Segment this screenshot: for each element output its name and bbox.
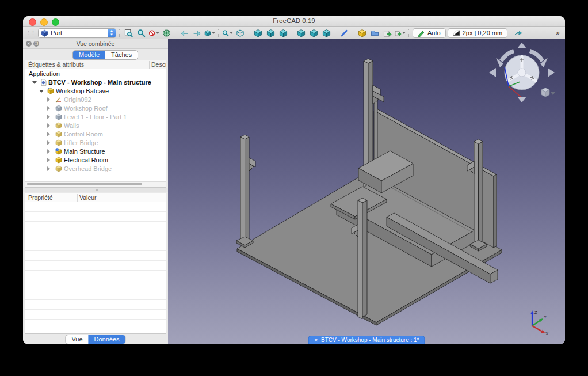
tree-horizontal-scrollbar[interactable] [25,181,166,188]
tree-item-application[interactable]: Application [25,70,166,78]
desktop: { "window": { "title": "FreeCAD 0.19" },… [0,0,588,376]
tree-item-label: Level 1 - Floor - Part 1 [64,113,127,120]
fit-all-button[interactable] [235,28,246,38]
nav-left-arrow-icon [489,68,496,77]
tree-item-label: Electrical Room [64,157,108,164]
part-yellow-icon [55,122,62,129]
measure-button[interactable] [339,28,350,38]
close-document-icon[interactable]: ✕ [314,336,319,344]
tab-model[interactable]: Modèle [73,51,105,59]
toolbar-separator [408,29,410,37]
chevron-down-icon[interactable] [39,90,44,93]
panel-header: ✕ ❐ Vue combinée [23,39,168,49]
column-divider[interactable] [149,61,150,69]
forward-button[interactable] [192,28,203,38]
chevron-right-icon[interactable] [47,132,50,136]
property-column-header[interactable]: Propriété [28,194,53,201]
document-tab[interactable]: ✕ BTCV - Workshop - Main structure : 1* [308,336,425,344]
part-primitive-button[interactable] [357,28,368,38]
back-button[interactable] [179,28,190,38]
caret-down-icon [230,32,233,34]
property-table-body[interactable] [25,202,166,334]
caret-down-icon [551,92,555,95]
tree-item[interactable]: Main Structure [25,147,166,156]
toolbar-grip[interactable]: ⋮⋮ [26,30,35,36]
workbench-selector[interactable]: Part ▲▼ [38,28,116,38]
view-bottom-button[interactable] [321,28,332,38]
tab-tasks[interactable]: Tâches [105,51,138,59]
folder-button[interactable] [369,28,380,38]
tree-item[interactable]: Origin092 [25,96,166,104]
import-button[interactable] [395,28,406,38]
part-gray-icon [55,105,62,112]
view-front-button[interactable] [265,28,276,38]
tree-item-document[interactable]: BTCV - Workshop - Main structure [25,78,166,87]
workbench-cube-icon [41,29,48,37]
chevron-right-icon[interactable] [47,166,50,171]
freecad-window: FreeCAD 0.19 ⋮⋮ Part ▲▼ [23,16,565,344]
tree-item[interactable]: Walls [25,121,166,130]
nav-up-arrow-icon [517,43,526,48]
navigation-cube[interactable] [488,43,556,105]
part-yellow-icon [55,157,62,164]
tree-item[interactable]: Level 1 - Floor - Part 1 [25,113,166,121]
draft-arrow-button[interactable] [513,28,524,38]
part-yellow-checked-icon [55,148,62,155]
chevron-right-icon[interactable] [47,149,50,154]
chevron-right-icon[interactable] [47,140,50,145]
chevron-right-icon[interactable] [47,123,50,128]
chevron-right-icon[interactable] [47,158,50,162]
tree-item[interactable]: Workshop Roof [25,104,166,113]
tree-item-label: Lifter Bridge [64,139,98,146]
scrollbar-thumb[interactable] [27,183,142,185]
tree-item[interactable]: Lifter Bridge [25,139,166,147]
tree-item-label: Overhead Bridge [64,165,112,172]
part-yellow-icon [55,165,62,172]
column-divider[interactable] [77,194,78,202]
clipping-button[interactable] [148,28,159,38]
view-iso-button[interactable] [253,28,264,38]
part-yellow-icon [55,139,62,146]
part-gray-icon [55,113,62,120]
chevron-down-icon[interactable] [32,81,37,84]
export-button[interactable] [382,28,393,38]
document-icon [40,79,47,86]
nav-cube-menu[interactable] [541,88,555,97]
tab-view[interactable]: Vue [66,335,88,344]
view-top-button[interactable] [278,28,289,38]
view-data-tab-bar: Vue Données [23,335,168,344]
tree-item[interactable]: Electrical Room [25,156,166,165]
view-rear-button[interactable] [308,28,319,38]
view-right-button[interactable] [296,28,307,38]
line-width-icon [453,29,460,37]
part-yellow-icon [55,131,62,138]
search-button[interactable] [136,28,147,38]
tab-data[interactable]: Données [89,335,125,344]
description-column-header[interactable]: Description [151,61,166,68]
panel-splitter[interactable] [23,188,168,192]
workbench-label: Part [48,29,108,36]
labels-column-header[interactable]: Étiquettes & attributs [28,61,84,68]
chevron-right-icon[interactable] [47,115,50,119]
snap-auto-button[interactable]: Auto [413,28,446,38]
zoom-button[interactable] [222,28,233,38]
tree-item[interactable]: Overhead Bridge [25,165,166,173]
toolbar-overflow-button[interactable]: » [556,29,562,37]
window-title: FreeCAD 0.19 [23,17,565,24]
tree-item-group[interactable]: Workshop Batcave [25,87,166,96]
value-column-header[interactable]: Valeur [79,194,97,201]
title-bar[interactable]: FreeCAD 0.19 [23,16,565,27]
tree-item-label: Walls [64,122,79,129]
web-view-button[interactable] [161,28,172,38]
box-selection-button[interactable] [123,28,134,38]
chevron-right-icon[interactable] [47,97,50,102]
tree-item-label: Main Structure [64,148,105,155]
3d-viewport[interactable]: Z Y X ✕ BTCV - Workshop - Main structure… [168,39,565,344]
line-width-button[interactable]: 2px | 0,20 mm [448,28,508,38]
main-toolbar: ⋮⋮ Part ▲▼ [23,27,565,39]
chevron-right-icon[interactable] [47,106,50,111]
caret-down-icon [212,32,215,34]
tree-item[interactable]: Control Room [25,130,166,139]
view-mode-button[interactable] [204,28,215,38]
workbench-stepper[interactable]: ▲▼ [108,29,116,37]
